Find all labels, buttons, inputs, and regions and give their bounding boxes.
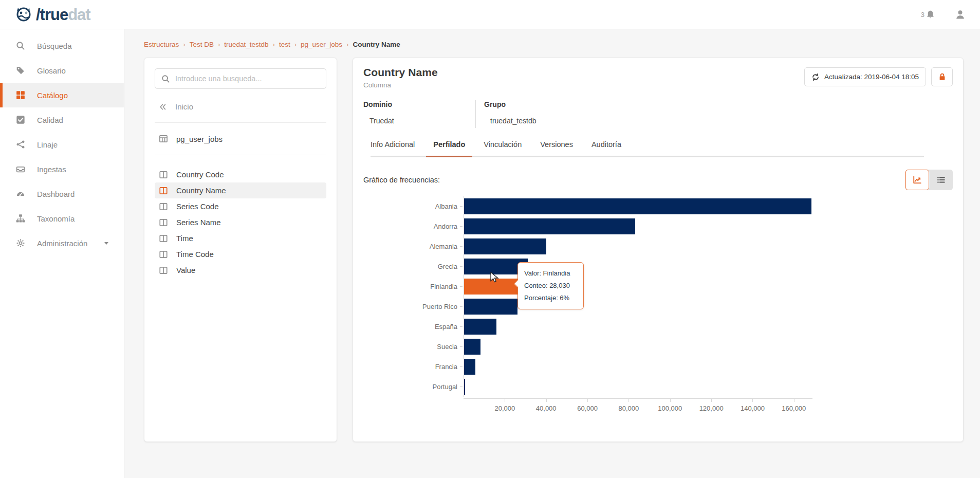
- tab-info-adicional[interactable]: Info Adicional: [371, 140, 415, 149]
- x-axis-tick: [628, 399, 629, 402]
- frequency-bar-chart: AlbaniaAndorraAlemaniaGreciaFinlandiaPue…: [363, 196, 812, 416]
- search-input[interactable]: [175, 75, 320, 83]
- page-title: Country Name: [363, 66, 438, 79]
- column-name: Time: [176, 234, 193, 243]
- x-axis-tick: [505, 399, 505, 402]
- breadcrumb-item[interactable]: truedat_testdb: [224, 41, 268, 48]
- x-axis-tick-label: 40,000: [536, 405, 557, 412]
- column-item-value[interactable]: Value: [155, 262, 326, 278]
- frequency-bar-row: [464, 357, 812, 377]
- detail-tabs: Info AdicionalPerfiladoVinculaciónVersio…: [371, 140, 924, 157]
- search-icon: [161, 75, 170, 83]
- chart-view-toggle: [905, 170, 953, 190]
- sidebar-item-label: Catálogo: [37, 91, 68, 100]
- frequency-bar-alemania[interactable]: [464, 238, 546, 254]
- category-label: Finlandia: [363, 277, 464, 297]
- breadcrumb-separator: ›: [346, 41, 348, 48]
- frequency-bar-row: [464, 196, 812, 216]
- frequency-bar-puerto-rico[interactable]: [464, 299, 517, 315]
- sitemap-icon: [15, 214, 26, 223]
- search-box: [155, 68, 326, 89]
- frequency-bar-andorra[interactable]: [464, 218, 635, 234]
- domain-field: Dominio Truedat: [363, 100, 475, 128]
- sidebar-item-catalogo[interactable]: Catálogo: [0, 83, 124, 107]
- breadcrumb-item[interactable]: pg_user_jobs: [301, 41, 342, 48]
- sidebar-item-taxonomia[interactable]: Taxonomía: [0, 206, 124, 231]
- line-chart-icon: [913, 175, 922, 185]
- angles-left-icon: [159, 103, 167, 111]
- breadcrumb-item[interactable]: test: [279, 41, 290, 48]
- list-view-button[interactable]: [929, 170, 953, 190]
- column-icon: [159, 186, 168, 195]
- lock-icon: [938, 72, 947, 81]
- tab-vinculacion[interactable]: Vinculación: [484, 140, 522, 149]
- column-name: Series Code: [176, 202, 219, 211]
- divider: [155, 122, 326, 123]
- table-icon: [159, 134, 168, 143]
- breadcrumb-separator: ›: [294, 41, 297, 48]
- sidebar-item-label: Linaje: [37, 140, 58, 149]
- category-label: Portugal: [363, 377, 464, 397]
- check-square-icon: [15, 115, 26, 124]
- structure-detail-panel: Country Name Columna Actualizada: 201: [353, 58, 964, 442]
- sidebar-item-calidad[interactable]: Calidad: [0, 107, 124, 132]
- column-item-country-code[interactable]: Country Code: [155, 167, 326, 182]
- breadcrumb-separator: ›: [218, 41, 220, 48]
- sidebar-item-ingestas[interactable]: Ingestas: [0, 157, 124, 181]
- table-item-pg-user-jobs[interactable]: pg_user_jobs: [159, 134, 326, 143]
- frequency-bar-suecia[interactable]: [464, 339, 480, 355]
- x-axis-tick-label: 80,000: [619, 405, 639, 412]
- x-axis-tick: [711, 399, 712, 402]
- chart-x-axis: 20,00040,00060,00080,000100,000120,00014…: [464, 398, 812, 416]
- frequency-bar-portugal[interactable]: [464, 379, 465, 395]
- divider: [155, 155, 326, 155]
- column-item-time-code[interactable]: Time Code: [155, 246, 326, 262]
- frequency-bar-row: [464, 317, 812, 337]
- sidebar: BúsquedaGlosarioCatálogoCalidadLinajeIng…: [0, 29, 124, 478]
- sidebar-item-label: Búsqueda: [37, 42, 72, 50]
- column-item-series-code[interactable]: Series Code: [155, 198, 326, 214]
- chart-tooltip: Valor: Finlandia Conteo: 28,030 Porcenta…: [517, 262, 584, 309]
- notifications-button[interactable]: 3: [921, 10, 935, 20]
- breadcrumb-item[interactable]: Estructuras: [144, 41, 179, 48]
- owl-logo-icon: [13, 4, 34, 25]
- refresh-updated-button[interactable]: Actualizada: 2019-06-04 18:05: [804, 67, 926, 86]
- tab-auditoria[interactable]: Auditoría: [591, 140, 621, 149]
- share-icon: [15, 140, 26, 149]
- x-axis-tick: [546, 399, 547, 402]
- sidebar-item-glosario[interactable]: Glosario: [0, 58, 124, 83]
- sidebar-item-linaje[interactable]: Linaje: [0, 132, 124, 157]
- column-item-country-name[interactable]: Country Name: [155, 182, 326, 198]
- breadcrumb-item[interactable]: Test DB: [190, 41, 214, 48]
- frequency-bar-espana[interactable]: [464, 319, 496, 335]
- sidebar-item-administracion[interactable]: Administración: [0, 231, 124, 255]
- truedat-logo[interactable]: /truedat: [13, 4, 90, 25]
- tab-perfilado[interactable]: Perfilado: [433, 140, 465, 149]
- updated-label: Actualizada: 2019-06-04 18:05: [824, 73, 919, 81]
- sidebar-item-label: Calidad: [37, 116, 63, 124]
- category-label: Andorra: [363, 216, 464, 236]
- confidential-lock-button[interactable]: [931, 67, 953, 86]
- search-icon: [15, 41, 26, 50]
- sidebar-item-busqueda[interactable]: Búsqueda: [0, 33, 124, 58]
- breadcrumb-separator: ›: [183, 41, 185, 48]
- gauge-icon: [15, 189, 26, 198]
- sidebar-item-label: Dashboard: [37, 190, 75, 198]
- frequency-bar-albania[interactable]: [464, 198, 811, 214]
- metadata-row: Dominio Truedat Grupo truedat_testdb: [363, 100, 953, 128]
- tab-versiones[interactable]: Versiones: [540, 140, 573, 149]
- frequency-bar-row: [464, 337, 812, 357]
- column-item-series-name[interactable]: Series Name: [155, 214, 326, 230]
- chart-section-label: Gráfico de frecuencias:: [363, 176, 440, 184]
- back-to-home-link[interactable]: Inicio: [159, 102, 323, 111]
- breadcrumb: Estructuras›Test DB›truedat_testdb›test›…: [144, 41, 980, 48]
- column-item-time[interactable]: Time: [155, 230, 326, 246]
- user-icon[interactable]: [955, 9, 966, 20]
- column-name: Time Code: [176, 250, 214, 259]
- frequency-bar-francia[interactable]: [464, 359, 475, 375]
- sidebar-item-dashboard[interactable]: Dashboard: [0, 181, 124, 206]
- x-axis-tick-label: 20,000: [494, 405, 515, 412]
- x-axis-tick: [587, 399, 588, 402]
- chart-view-button[interactable]: [905, 170, 929, 190]
- group-label: Grupo: [484, 100, 537, 108]
